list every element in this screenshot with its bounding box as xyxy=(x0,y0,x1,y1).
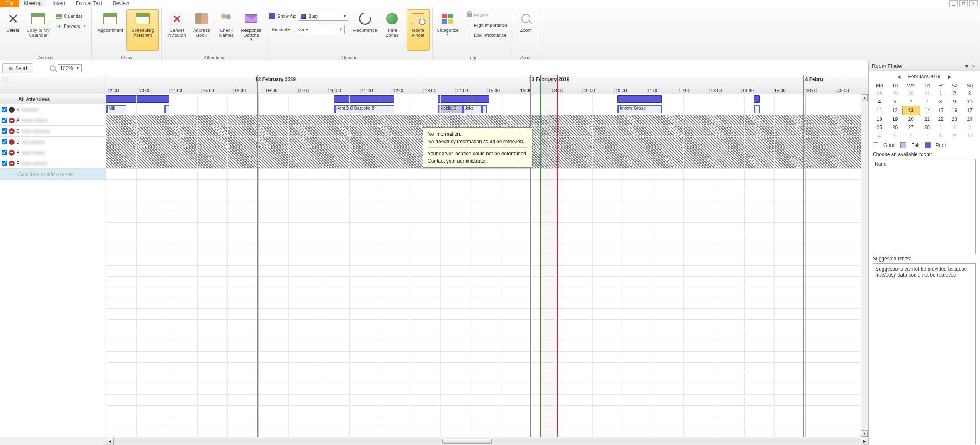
calendar-day[interactable]: 3 xyxy=(962,123,978,132)
calendar-day[interactable]: 9 xyxy=(947,98,962,106)
attendee-checkbox[interactable] xyxy=(2,128,7,134)
vertical-scrollbar[interactable]: ▲ ▼ xyxy=(861,94,868,437)
tab-meeting[interactable]: Meeting xyxy=(19,0,47,7)
calendar-day[interactable]: 24 xyxy=(962,115,978,124)
calendar-day[interactable]: 7 xyxy=(920,132,934,140)
calendar-day[interactable]: 9 xyxy=(947,132,962,140)
room-finder-dropdown-button[interactable]: ▼ xyxy=(963,63,970,69)
categorize-button[interactable]: Categorize ▼ xyxy=(435,9,460,51)
calendar-day[interactable]: 4 xyxy=(871,132,888,140)
calendar-mini-button[interactable]: Calendar xyxy=(53,12,89,21)
calendar-day[interactable]: 27 xyxy=(902,123,920,132)
attendee-checkbox[interactable] xyxy=(2,161,7,166)
suggested-times-list[interactable]: Suggestions cannot be provided because f… xyxy=(873,263,976,444)
calendar-day[interactable]: 2 xyxy=(947,89,962,98)
appointment-block[interactable]: Mobile D xyxy=(438,105,462,113)
calendar-day[interactable]: 20 xyxy=(902,115,920,124)
scrollbar-thumb[interactable] xyxy=(442,439,492,444)
calendar-day[interactable]: 26 xyxy=(888,123,902,132)
calendar-day[interactable]: 23 xyxy=(947,115,962,124)
calendar-day[interactable]: 5 xyxy=(888,98,902,106)
scroll-right-button[interactable]: ▶ xyxy=(861,438,868,445)
show-as-dropdown[interactable]: Busy ▼ xyxy=(299,12,348,21)
cancel-invitation-button[interactable]: Cancel Invitation xyxy=(164,9,189,51)
time-zones-button[interactable]: Time Zones xyxy=(382,9,402,51)
calendar-day[interactable]: 28 xyxy=(920,123,934,132)
attendee-checkbox[interactable] xyxy=(2,118,7,123)
calendar-day[interactable]: 16 xyxy=(947,106,962,115)
add-attendee-row[interactable]: Click here to add a name xyxy=(0,169,106,180)
calendar-day[interactable]: 17 xyxy=(962,106,978,115)
calendar-day[interactable]: 10 xyxy=(962,132,978,140)
attendee-row[interactable]: Axxxxx xxxxx xyxy=(0,115,106,126)
calendar-day[interactable]: 7 xyxy=(920,98,934,106)
calendar-day[interactable]: 8 xyxy=(934,132,947,140)
calendar-day[interactable]: 21 xyxy=(920,115,934,124)
high-importance-button[interactable]: ! High Importance xyxy=(463,21,510,30)
appointment-button[interactable]: Appointment xyxy=(94,9,126,51)
attendee-row[interactable]: Cxxxx xxxxxxx xyxy=(0,126,106,137)
room-finder-button[interactable]: Room Finder xyxy=(407,9,430,51)
appointment-block[interactable]: Inform. Group xyxy=(617,105,662,113)
tab-file[interactable]: File xyxy=(0,0,19,7)
meeting-selection[interactable] xyxy=(540,75,557,437)
calendar-day[interactable]: 1 xyxy=(934,123,947,132)
scroll-left-button[interactable]: ◀ xyxy=(106,438,114,445)
room-list[interactable]: None xyxy=(873,159,976,254)
appointment-block[interactable]: Kent 380 Bespoke Br xyxy=(334,105,394,113)
attendee-checkbox[interactable] xyxy=(2,139,7,144)
minimize-button[interactable]: _ xyxy=(949,0,958,6)
appointment-block[interactable]: Mik xyxy=(106,105,126,113)
attendee-row[interactable]: Sxxx xxxxxx xyxy=(0,137,106,147)
zoom-dropdown[interactable]: 100% ▼ xyxy=(58,64,82,72)
selection-end-line[interactable] xyxy=(557,75,558,437)
calendar-day[interactable]: 2 xyxy=(947,123,962,132)
delete-button[interactable]: Delete xyxy=(2,9,23,51)
tab-insert[interactable]: Insert xyxy=(47,0,70,7)
close-button[interactable]: × xyxy=(969,0,978,6)
calendar-day[interactable]: 31 xyxy=(920,89,934,98)
appointment-block[interactable]: Jakz xyxy=(462,105,481,113)
calendar-day[interactable]: 10 xyxy=(962,98,978,106)
appointment-block[interactable] xyxy=(481,105,487,113)
calendar-day[interactable]: 8 xyxy=(934,98,947,106)
low-importance-button[interactable]: ↓ Low Importance xyxy=(463,31,510,40)
calendar-day[interactable]: 25 xyxy=(871,123,888,132)
send-button[interactable]: ✉ Send xyxy=(2,63,33,73)
calendar-day[interactable]: 6 xyxy=(902,98,920,106)
private-button[interactable]: Private xyxy=(463,11,510,20)
copy-to-my-calendar-button[interactable]: Copy to My Calendar xyxy=(23,9,53,51)
appointment-block[interactable] xyxy=(754,105,760,113)
horizontal-scrollbar[interactable]: ◀ ▶ xyxy=(0,437,868,445)
tab-review[interactable]: Review xyxy=(107,0,134,7)
calendar-day[interactable]: 14 xyxy=(920,106,934,115)
attendee-row[interactable]: Bxxxx xxxxx xyxy=(0,147,106,158)
calendar-day[interactable]: 5 xyxy=(888,132,902,140)
scroll-down-button[interactable]: ▼ xyxy=(861,430,868,437)
options-corner-icon[interactable] xyxy=(2,77,9,84)
tab-format-text[interactable]: Format Text xyxy=(70,0,107,7)
calendar-day[interactable]: 30 xyxy=(902,89,920,98)
calendar-day[interactable]: 18 xyxy=(871,115,888,124)
calendar-day[interactable]: 11 xyxy=(871,106,888,115)
scroll-up-button[interactable]: ▲ xyxy=(861,94,868,101)
calendar-day[interactable]: 22 xyxy=(934,115,947,124)
calendar-day[interactable]: 1 xyxy=(934,89,947,98)
calendar-day[interactable]: 28 xyxy=(871,89,888,98)
calendar-day[interactable]: 19 xyxy=(888,115,902,124)
calendar-day[interactable]: 15 xyxy=(934,106,947,115)
scheduling-assistant-button[interactable]: Scheduling Assistant xyxy=(126,9,159,51)
calendar-day[interactable]: 13 xyxy=(902,106,920,115)
attendee-checkbox[interactable] xyxy=(2,107,7,112)
scrollbar-track[interactable] xyxy=(114,438,861,444)
attendee-checkbox[interactable] xyxy=(2,150,7,155)
attendee-row[interactable]: Kxxxxxxx xyxy=(0,104,106,115)
calendar-day[interactable]: 6 xyxy=(902,132,920,140)
room-finder-close-button[interactable]: × xyxy=(970,63,977,69)
calendar-day[interactable]: 4 xyxy=(871,98,888,106)
next-month-button[interactable]: ▶ xyxy=(948,74,951,79)
recurrence-button[interactable]: Recurrence xyxy=(353,9,377,51)
maximize-button[interactable]: □ xyxy=(959,0,968,6)
prev-month-button[interactable]: ◀ xyxy=(897,74,900,79)
attendee-row[interactable]: Exxxx xxxxxx xyxy=(0,158,106,169)
